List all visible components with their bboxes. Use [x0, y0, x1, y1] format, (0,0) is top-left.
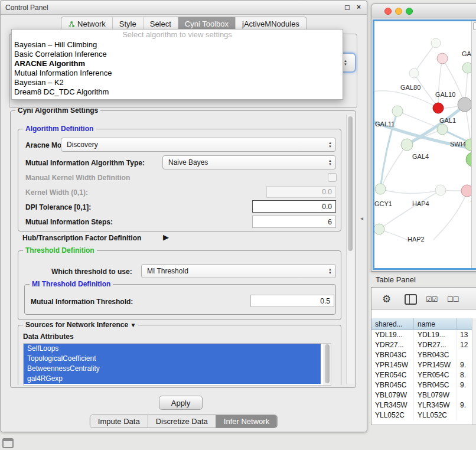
- list-item[interactable]: TopologicalCoefficient: [24, 354, 321, 364]
- tab-network-label: Network: [77, 19, 106, 28]
- attributes-scrollbar-thumb[interactable]: [325, 344, 330, 383]
- manual-kernel-label: Manual Kernel Width Definition: [25, 174, 130, 182]
- network-node-gal10-selected[interactable]: [433, 103, 444, 113]
- network-node[interactable]: [375, 184, 386, 194]
- table-row[interactable]: YBL079WYBL079W: [371, 390, 476, 400]
- table-vertical-scrollbar[interactable]: [472, 318, 476, 425]
- cell: YPR145W: [414, 360, 457, 370]
- window-title: Control Panel: [5, 4, 48, 12]
- cell: YDL19...: [371, 330, 414, 340]
- dropdown-item[interactable]: Bayesian – Hill Climbing: [12, 40, 343, 50]
- minimize-traffic-light-icon[interactable]: [395, 8, 402, 15]
- which-threshold-value: MI Threshold: [147, 267, 188, 275]
- network-window-titlebar: [371, 4, 476, 18]
- dropdown-item[interactable]: Mutual Information Inference: [12, 69, 343, 78]
- table-row[interactable]: YLL052CYLL052C: [371, 410, 476, 420]
- network-node[interactable]: [431, 38, 441, 48]
- panel-collapse-handle[interactable]: ◂: [360, 215, 363, 221]
- settings-scrollbar[interactable]: [346, 115, 354, 384]
- attributes-scrollbar[interactable]: [324, 344, 331, 385]
- sources-collapse-icon[interactable]: ▼: [130, 322, 136, 328]
- tab-infer-network[interactable]: Infer Network: [216, 415, 277, 428]
- table-panel-title: Table Panel: [376, 275, 416, 284]
- mi-threshold-label: Mutual Information Threshold:: [31, 298, 133, 306]
- node-label: GAL1: [439, 117, 456, 124]
- mi-steps-label: Mutual Information Steps:: [25, 218, 113, 226]
- combo-arrows-icon: ▲▼: [328, 159, 332, 166]
- float-window-icon[interactable]: ◻: [344, 3, 350, 11]
- network-graph: GAL80 GAL10 GAL11 GAL1 SWI4 GAL4 GCY1 HA…: [374, 21, 476, 268]
- network-node[interactable]: [392, 106, 403, 116]
- mi-type-select[interactable]: Naive Bayes ▲▼: [162, 155, 336, 169]
- cell: YLR345W: [414, 400, 457, 410]
- list-item[interactable]: gal4RGexp: [24, 374, 321, 384]
- table-row[interactable]: YPR145WYPR145W9.: [371, 360, 476, 370]
- table-row[interactable]: YLR345WYLR345W9.: [371, 400, 476, 410]
- close-traffic-light-icon[interactable]: [384, 8, 392, 15]
- table-row[interactable]: YDR27...YDR27...12: [371, 340, 476, 350]
- network-node[interactable]: [437, 53, 448, 64]
- aracne-mode-select[interactable]: Discovery ▲▼: [61, 138, 336, 152]
- network-node[interactable]: [409, 69, 419, 78]
- network-node[interactable]: [458, 97, 472, 112]
- table-row[interactable]: YER054CYER054C8.: [371, 370, 476, 380]
- node-label: GCY1: [374, 200, 392, 207]
- gear-icon[interactable]: ⚙: [382, 293, 391, 305]
- table-body: YDL19...YDL19...13 YDR27...YDR27...12 YB…: [371, 330, 476, 420]
- network-canvas[interactable]: GAL80 GAL10 GAL11 GAL1 SWI4 GAL4 GCY1 HA…: [373, 19, 476, 270]
- dropdown-item[interactable]: Bayesian – K2: [12, 78, 343, 87]
- cell: YDL19...: [414, 330, 457, 340]
- table-row[interactable]: YBR043CYBR043C: [371, 350, 476, 360]
- threshold-definition-title: Threshold Definition: [23, 246, 97, 255]
- column-header-name[interactable]: name: [414, 318, 457, 330]
- node-label: GAL11: [375, 120, 395, 128]
- threshold-definition-group: Threshold Definition Which threshold to …: [18, 250, 341, 320]
- zoom-traffic-light-icon[interactable]: [406, 8, 413, 15]
- stepper-arrows-icon: ▲▼: [344, 59, 347, 66]
- column-browser-icon[interactable]: [405, 294, 417, 305]
- dropdown-item[interactable]: Dream8 DC_TDC Algorithm: [12, 87, 343, 97]
- tab-discretize-data[interactable]: Discretize Data: [148, 415, 216, 428]
- restore-panel-icon[interactable]: [2, 438, 14, 448]
- dropdown-item-selected[interactable]: ARACNE Algorithm: [12, 59, 343, 69]
- manual-kernel-checkbox[interactable]: [328, 173, 337, 182]
- tab-impute-data[interactable]: Impute Data: [90, 415, 148, 428]
- cell: YBR043C: [371, 350, 414, 360]
- birdseye-view-button[interactable]: [473, 22, 476, 30]
- select-all-checkboxes-icon[interactable]: ☑☑: [426, 295, 438, 304]
- dpi-tolerance-field[interactable]: 0.0: [252, 200, 336, 213]
- list-item[interactable]: SelfLoops: [24, 344, 321, 354]
- apply-button[interactable]: Apply: [159, 396, 203, 410]
- table-row[interactable]: YBR045CYBR045C9.: [371, 380, 476, 390]
- hub-expand-icon[interactable]: ▶: [163, 233, 169, 242]
- close-icon[interactable]: ×: [357, 3, 361, 11]
- deselect-all-checkboxes-icon[interactable]: ☐☐: [447, 295, 459, 304]
- settings-scrollbar-thumb[interactable]: [348, 116, 353, 251]
- network-node[interactable]: [435, 185, 446, 195]
- cyni-algorithm-settings-group: Cyni Algorithm Settings Algorithm Defini…: [10, 110, 356, 388]
- cell: YBR045C: [414, 380, 457, 390]
- table-row[interactable]: YDL19...YDL19...13: [371, 330, 476, 340]
- control-panel-titlebar: Control Panel ◻ ×: [1, 1, 367, 15]
- list-item[interactable]: BetweennessCentrality: [24, 364, 321, 374]
- network-node[interactable]: [401, 139, 413, 151]
- network-node[interactable]: [374, 224, 384, 234]
- tab-cyni-toolbox-label: Cyni Toolbox: [185, 19, 229, 28]
- dropdown-item[interactable]: Basic Correlation Inference: [12, 50, 343, 59]
- dropdown-placeholder: Select algorithm to view settings: [12, 30, 343, 40]
- node-label: SWI4: [450, 141, 466, 148]
- network-vertical-scrollbar[interactable]: [471, 21, 476, 268]
- mi-threshold-field[interactable]: 0.5: [250, 295, 334, 307]
- network-node[interactable]: [437, 124, 448, 135]
- data-attributes-label: Data Attributes: [23, 332, 74, 341]
- cell: YER054C: [414, 370, 457, 380]
- mi-steps-field[interactable]: 6: [252, 216, 336, 228]
- which-threshold-select[interactable]: MI Threshold ▲▼: [141, 264, 336, 278]
- algorithm-dropdown-list: Select algorithm to view settings Bayesi…: [11, 29, 343, 100]
- table-header-row: shared... name: [371, 318, 476, 330]
- node-label: GAL4: [412, 153, 429, 160]
- node-label: HAP2: [407, 236, 425, 243]
- mi-type-label: Mutual Information Algorithm Type:: [25, 159, 145, 167]
- column-header-shared-name[interactable]: shared...: [371, 318, 414, 330]
- tab-infer-network-label: Infer Network: [224, 417, 269, 426]
